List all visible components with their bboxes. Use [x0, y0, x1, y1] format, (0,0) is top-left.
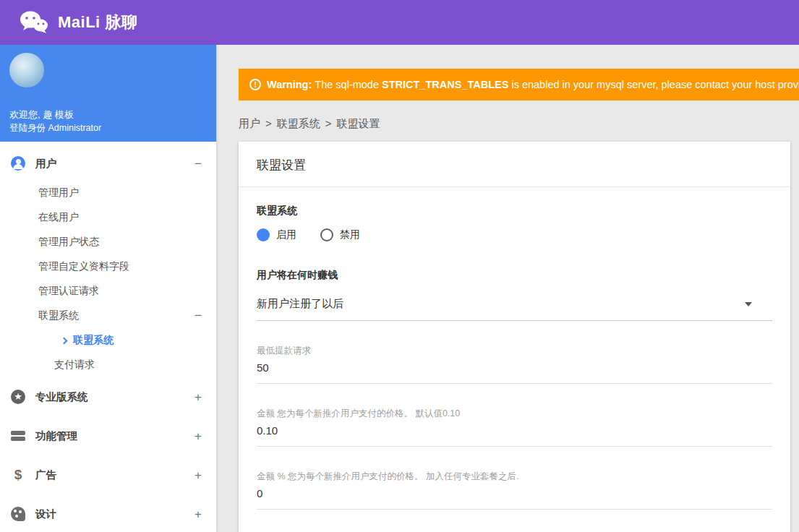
radio-enable[interactable]: 启用: [257, 228, 296, 241]
breadcrumb-separator: >: [325, 117, 332, 129]
radio-selected-icon[interactable]: [257, 228, 270, 241]
item-label: 在线用户: [38, 211, 79, 224]
app-title: MaiLi 脉聊: [58, 12, 137, 33]
section-label: 功能管理: [35, 429, 77, 443]
sidebar-item-verification-requests[interactable]: 管理认证请求: [0, 279, 216, 304]
radio-label: 禁用: [340, 228, 360, 241]
sidebar-section-ads[interactable]: $ 广告 +: [0, 455, 216, 494]
breadcrumb-item-users[interactable]: 用户: [239, 117, 260, 129]
item-label: 支付请求: [54, 359, 95, 372]
star-icon: ★: [11, 390, 25, 404]
app-header: MaiLi 脉聊: [0, 0, 799, 45]
sidebar-item-user-status[interactable]: 管理用户状态: [0, 230, 216, 254]
sidebar: 欢迎您, 趣 模板 登陆身份 Administrator 用户 − 管理用户 在…: [0, 45, 216, 532]
avatar[interactable]: [9, 53, 44, 87]
earn-when-label: 用户将在何时赚钱: [257, 269, 772, 282]
item-label: 联盟系统: [73, 334, 114, 347]
radio-disable[interactable]: 禁用: [320, 228, 360, 241]
sidebar-item-payment-requests[interactable]: 支付请求: [0, 353, 216, 377]
card-title: 联盟设置: [239, 142, 790, 187]
min-withdrawal-group: 最低提款请求 50: [257, 345, 772, 384]
sidebar-submenu-affiliate[interactable]: 联盟系统 −: [0, 304, 216, 328]
expand-icon[interactable]: +: [195, 508, 202, 520]
section-label: 用户: [35, 157, 56, 171]
earn-when-group: 用户将在何时赚钱 新用户注册了以后: [257, 269, 772, 321]
earn-when-value: 新用户注册了以后: [257, 297, 745, 311]
amount-percent-input[interactable]: 0: [257, 487, 772, 499]
wechat-logo-icon: [20, 11, 48, 34]
min-withdrawal-label: 最低提款请求: [257, 345, 772, 357]
sidebar-section-design[interactable]: 设计 +: [0, 494, 216, 532]
warning-code: STRICT_TRANS_TABLES: [382, 79, 508, 90]
expand-icon[interactable]: +: [195, 430, 202, 442]
main-content: ! Warning: The sql-mode STRICT_TRANS_TAB…: [216, 45, 799, 532]
warning-banner: ! Warning: The sql-mode STRICT_TRANS_TAB…: [239, 69, 799, 100]
amount-per-referral-group: 金额 您为每个新推介用户支付的价格。 默认值0.10 0.10: [257, 408, 772, 447]
sidebar-item-custom-fields[interactable]: 管理自定义资料字段: [0, 254, 216, 279]
breadcrumb: 用户>联盟系统>联盟设置: [239, 117, 799, 131]
amount-percent-label: 金额 % 您为每个新推介用户支付的价格。 加入任何专业套餐之后.: [257, 471, 772, 483]
amount-per-referral-label: 金额 您为每个新推介用户支付的价格。 默认值0.10: [257, 408, 772, 420]
warning-text: is enabled in your mysql server, please …: [511, 79, 799, 90]
sidebar-profile: 欢迎您, 趣 模板 登陆身份 Administrator: [0, 45, 216, 142]
affiliate-system-radio-group: 启用 禁用: [257, 228, 772, 241]
expand-icon[interactable]: +: [195, 469, 202, 481]
breadcrumb-item-affiliate-system[interactable]: 联盟系统: [277, 117, 320, 129]
affiliate-system-label: 联盟系统: [257, 205, 772, 218]
sidebar-item-affiliate-active[interactable]: 联盟系统: [0, 328, 216, 353]
min-withdrawal-input[interactable]: 50: [257, 361, 772, 374]
radio-label: 启用: [276, 228, 296, 241]
item-label: 管理认证请求: [38, 285, 99, 298]
collapse-icon[interactable]: −: [195, 309, 202, 323]
earn-when-select[interactable]: 新用户注册了以后: [257, 291, 772, 321]
item-label: 管理用户: [38, 186, 79, 200]
amount-percent-group: 金额 % 您为每个新推介用户支付的价格。 加入任何专业套餐之后. 0: [257, 471, 772, 510]
card-body: 联盟系统 启用 禁用 用户将在何时赚钱 新用户注册了以后 最: [239, 187, 790, 532]
affiliate-settings-card: 联盟设置 联盟系统 启用 禁用 用户将在何时赚钱 新用户注册了以后: [239, 142, 790, 532]
warning-icon: !: [249, 79, 261, 90]
sidebar-item-online-users[interactable]: 在线用户: [0, 205, 216, 230]
breadcrumb-item-affiliate-settings: 联盟设置: [337, 117, 380, 129]
item-label: 管理用户状态: [38, 236, 99, 249]
role-text: 登陆身份 Administrator: [9, 121, 207, 135]
dollar-icon: $: [11, 468, 25, 482]
sidebar-section-users[interactable]: 用户 −: [0, 146, 216, 181]
sidebar-section-features[interactable]: 功能管理 +: [0, 416, 216, 455]
user-icon: [11, 156, 25, 171]
warning-prefix: Warning:: [267, 79, 312, 90]
sidebar-item-manage-users[interactable]: 管理用户: [0, 181, 216, 205]
breadcrumb-separator: >: [265, 117, 272, 129]
collapse-icon[interactable]: −: [195, 158, 202, 170]
expand-icon[interactable]: +: [195, 391, 202, 403]
welcome-text: 欢迎您, 趣 模板: [9, 108, 207, 121]
chevron-right-icon: [61, 337, 68, 344]
palette-icon: [11, 507, 25, 521]
item-label: 管理自定义资料字段: [38, 260, 129, 273]
section-label: 设计: [35, 507, 56, 521]
radio-unselected-icon[interactable]: [320, 228, 333, 241]
section-label: 专业版系统: [35, 390, 88, 404]
section-label: 广告: [35, 468, 56, 482]
item-label: 联盟系统: [38, 309, 79, 322]
sidebar-section-pro[interactable]: ★ 专业版系统 +: [0, 377, 216, 416]
amount-per-referral-input[interactable]: 0.10: [257, 424, 772, 437]
menu-bars-icon: [11, 429, 25, 443]
caret-down-icon: [745, 302, 752, 306]
sidebar-menu: 用户 − 管理用户 在线用户 管理用户状态 管理自定义资料字段 管理认证请求 联…: [0, 142, 216, 532]
warning-text: The sql-mode: [315, 79, 379, 90]
